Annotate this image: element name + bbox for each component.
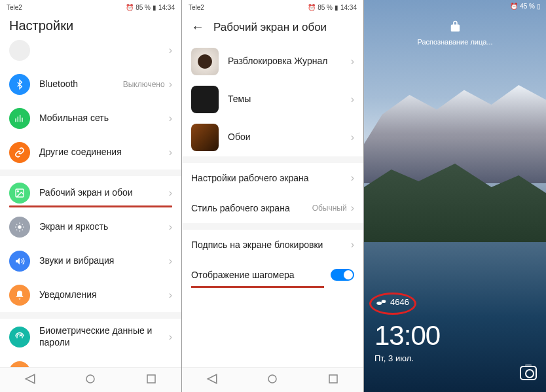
lock-icon: Распознавание лица... <box>417 20 492 46</box>
thumb-icon <box>191 124 219 151</box>
nav-home[interactable] <box>266 373 278 387</box>
lockscreen-pane: ⏰ 45 % ▯ Распознавание лица... 4646 13:0… <box>364 0 546 392</box>
item-label: Рабочий экран и обои <box>39 187 169 199</box>
pedometer-toggle[interactable] <box>331 269 354 281</box>
bell-icon <box>9 285 30 306</box>
bluetooth-icon <box>9 74 30 95</box>
nav-bar <box>0 367 181 392</box>
item-icon <box>9 40 30 61</box>
chevron-right-icon: › <box>169 221 172 233</box>
list-item-notif[interactable]: Уведомления › <box>0 278 181 312</box>
item-value: Обычный <box>312 204 347 213</box>
nav-home[interactable] <box>84 373 96 387</box>
battery-label: 85 % <box>318 4 333 11</box>
chevron-right-icon: › <box>351 132 354 143</box>
alarm-icon: ⏰ <box>126 4 134 11</box>
list-item-home-style[interactable]: Стиль рабочего экрана Обычный › <box>182 193 363 223</box>
battery-label: 45 % <box>520 3 535 10</box>
thumb-icon <box>191 86 219 113</box>
nav-recent[interactable] <box>327 373 339 387</box>
time-label: 14:34 <box>158 4 175 11</box>
time-label: 14:34 <box>340 4 357 11</box>
thumb-icon <box>191 48 219 75</box>
item-value: Выключено <box>123 80 165 89</box>
battery-label: 85 % <box>136 4 151 11</box>
svg-point-2 <box>18 225 21 228</box>
status-bar: ⏰ 45 % ▯ <box>510 3 541 10</box>
list-item[interactable]: › <box>0 40 181 67</box>
list-item-home-settings[interactable]: Настройки рабочего экрана › <box>182 163 363 193</box>
item-label: Обои <box>228 132 351 143</box>
alarm-icon: ⏰ <box>510 3 518 10</box>
wallpaper-bg <box>364 242 546 392</box>
svg-point-1 <box>17 190 18 192</box>
fingerprint-icon <box>9 327 30 347</box>
item-label: Экран и яркость <box>39 221 169 233</box>
list-item-home-wallpaper[interactable]: Рабочий экран и обои › <box>0 176 181 210</box>
status-bar: Tele2 ⏰ 85 % ▮ 14:34 <box>182 0 363 14</box>
page-title: Настройки <box>0 14 181 40</box>
chevron-right-icon: › <box>169 45 172 56</box>
chevron-right-icon: › <box>169 289 172 301</box>
list-item-pedometer[interactable]: Отображение шагомера <box>182 260 363 290</box>
item-label: Bluetooth <box>39 79 123 90</box>
item-label: Другие соединения <box>39 147 169 158</box>
carrier-label: Tele2 <box>7 4 22 11</box>
list-item-bluetooth[interactable]: Bluetooth Выключено › <box>0 67 181 101</box>
list-item-mobile[interactable]: Мобильная сеть › <box>0 101 181 135</box>
battery-icon: ▯ <box>537 3 541 10</box>
camera-icon[interactable] <box>520 366 537 380</box>
chevron-right-icon: › <box>351 202 354 214</box>
svg-point-7 <box>86 375 94 383</box>
chevron-right-icon: › <box>169 79 172 90</box>
nav-back[interactable] <box>24 373 36 387</box>
highlight-underline <box>9 205 172 207</box>
svg-point-9 <box>268 375 276 383</box>
status-bar: Tele2 ⏰ 85 % ▮ 14:34 <box>0 0 181 14</box>
nav-back[interactable] <box>206 373 218 387</box>
item-label: Уведомления <box>39 289 169 301</box>
brightness-icon <box>9 217 30 238</box>
item-label: Стиль рабочего экрана <box>191 203 312 213</box>
link-icon <box>9 142 30 163</box>
chevron-right-icon: › <box>351 239 354 251</box>
chevron-right-icon: › <box>169 255 172 267</box>
svg-rect-8 <box>147 375 155 383</box>
highlight-underline <box>191 286 324 288</box>
list-item-lock-signature[interactable]: Подпись на экране блокировки › <box>182 230 363 260</box>
nav-recent[interactable] <box>145 373 157 387</box>
nav-bar <box>182 367 363 392</box>
chevron-right-icon: › <box>169 187 172 199</box>
alarm-icon: ⏰ <box>308 4 316 11</box>
list-item-sound[interactable]: Звуки и вибрация › <box>0 244 181 278</box>
lock-date: Пт, 3 июл. <box>374 353 414 363</box>
carrier-label: Tele2 <box>189 4 204 11</box>
svg-rect-10 <box>329 375 337 383</box>
settings-pane: Tele2 ⏰ 85 % ▮ 14:34 Настройки › Bluetoo… <box>0 0 182 392</box>
item-label: Отображение шагомера <box>191 270 331 280</box>
lock-time: 13:00 <box>374 320 440 351</box>
chevron-right-icon: › <box>351 94 354 105</box>
list-item-themes[interactable]: Темы › <box>182 80 363 118</box>
list-item-other-conn[interactable]: Другие соединения › <box>0 135 181 169</box>
item-label: Темы <box>228 94 351 105</box>
wallpaper-settings-pane: Tele2 ⏰ 85 % ▮ 14:34 ← Рабочий экран и о… <box>182 0 364 392</box>
item-label: Подпись на экране блокировки <box>191 240 351 250</box>
chevron-right-icon: › <box>169 331 172 343</box>
sound-icon <box>9 251 30 272</box>
chevron-right-icon: › <box>169 113 172 124</box>
mobile-icon <box>9 108 30 129</box>
chevron-right-icon: › <box>351 56 354 67</box>
settings-list[interactable]: › Bluetooth Выключено › Мобильная сеть ›… <box>0 40 181 392</box>
battery-icon: ▮ <box>335 4 338 11</box>
face-recognition-label: Распознавание лица... <box>417 38 492 46</box>
page-title: Рабочий экран и обои <box>213 21 327 34</box>
list-item-magazine[interactable]: Разблокировка Журнал › <box>182 43 363 80</box>
lockscreen[interactable]: ⏰ 45 % ▯ Распознавание лица... 4646 13:0… <box>364 0 546 392</box>
list-item-wallpaper[interactable]: Обои › <box>182 118 363 156</box>
back-button[interactable]: ← <box>191 20 204 35</box>
list-item-biometric[interactable]: Биометрические данные и пароли › <box>0 319 181 355</box>
list-item-display[interactable]: Экран и яркость › <box>0 210 181 244</box>
item-label: Разблокировка Журнал <box>228 56 351 67</box>
chevron-right-icon: › <box>351 172 354 184</box>
